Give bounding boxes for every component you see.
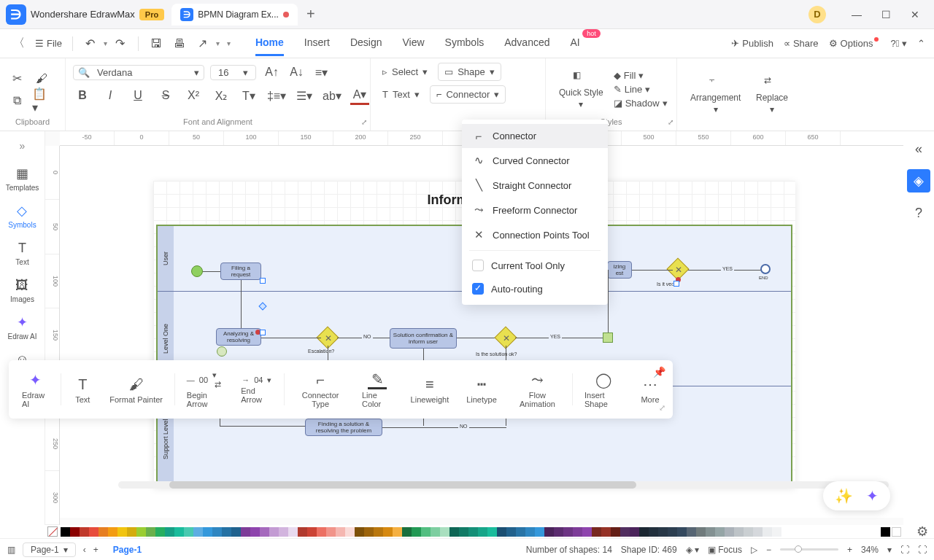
tab-symbols[interactable]: Symbols bbox=[445, 31, 485, 56]
color-swatch[interactable] bbox=[307, 527, 317, 537]
ft-flow-animation[interactable]: ⤳Flow Animation bbox=[509, 368, 566, 411]
horizontal-scrollbar[interactable] bbox=[118, 481, 889, 489]
focus-button[interactable]: ▣ Focus bbox=[708, 545, 742, 555]
color-swatch[interactable] bbox=[658, 527, 668, 537]
select-tool[interactable]: ▹ Select ▾ bbox=[378, 63, 432, 81]
color-swatch[interactable] bbox=[535, 527, 544, 537]
sidebar-templates[interactable]: ▦Templates bbox=[6, 165, 39, 192]
color-swatch[interactable] bbox=[630, 527, 639, 537]
superscript-button[interactable]: X² bbox=[184, 86, 203, 105]
zoom-slider[interactable] bbox=[780, 548, 838, 551]
color-swatch[interactable] bbox=[478, 527, 487, 537]
color-swatch[interactable] bbox=[364, 527, 374, 537]
color-swatch[interactable] bbox=[355, 527, 364, 537]
task-filing[interactable]: Filing a request bbox=[220, 262, 261, 280]
shadow-button[interactable]: ◪ Shadow ▾ bbox=[614, 98, 668, 109]
sidebar-text[interactable]: TText bbox=[14, 239, 31, 266]
color-swatch[interactable] bbox=[184, 527, 193, 537]
layout-view-icon[interactable]: ▥ bbox=[7, 545, 15, 555]
zoom-value[interactable]: 34% bbox=[861, 545, 879, 555]
color-swatch[interactable] bbox=[431, 527, 440, 537]
color-swatch[interactable] bbox=[468, 527, 478, 537]
help-button[interactable]: ?⃝ ▾ bbox=[890, 38, 907, 49]
color-swatch[interactable] bbox=[525, 527, 535, 537]
color-swatch[interactable] bbox=[573, 527, 582, 537]
auto-routing-checkbox[interactable]: Auto-routing bbox=[462, 277, 608, 300]
color-swatch[interactable] bbox=[269, 527, 279, 537]
tab-advanced[interactable]: Advanced bbox=[504, 31, 549, 56]
color-swatch[interactable] bbox=[393, 527, 402, 537]
back-button[interactable]: 〈 bbox=[9, 34, 29, 54]
color-swatch[interactable] bbox=[279, 527, 288, 537]
color-swatch[interactable] bbox=[99, 527, 108, 537]
paste-button[interactable]: 📋▾ bbox=[32, 91, 51, 110]
color-swatch[interactable] bbox=[744, 527, 753, 537]
align-button[interactable]: ≡▾ bbox=[312, 63, 331, 82]
task-finding[interactable]: Finding a solution & resolving the probl… bbox=[305, 419, 382, 436]
color-swatch[interactable] bbox=[601, 527, 611, 537]
freeform-connector-option[interactable]: ⤳Freeform Connector bbox=[462, 198, 608, 222]
page-select[interactable]: Page-1 ▾ bbox=[23, 542, 76, 557]
strikethrough-button[interactable]: S bbox=[156, 86, 175, 105]
sidebar-edraw-ai[interactable]: ✦Edraw AI bbox=[7, 314, 36, 341]
font-select[interactable]: 🔍Verdana▾ bbox=[73, 65, 204, 80]
undo-button[interactable]: ↶ bbox=[80, 34, 101, 54]
copy-button[interactable]: ⧉ bbox=[7, 91, 26, 110]
color-swatch[interactable] bbox=[165, 527, 174, 537]
ai-floating-pill[interactable]: ✨ ✦ bbox=[823, 481, 890, 510]
color-swatch[interactable] bbox=[554, 527, 563, 537]
ft-line-color[interactable]: ✎Line Color bbox=[356, 368, 399, 411]
maximize-button[interactable]: ☐ bbox=[873, 4, 899, 25]
ft-text[interactable]: TText bbox=[67, 372, 98, 407]
tab-home[interactable]: Home bbox=[255, 31, 284, 56]
color-swatch[interactable] bbox=[298, 527, 307, 537]
font-size-select[interactable]: 16▾ bbox=[210, 65, 256, 80]
color-swatch[interactable] bbox=[668, 527, 677, 537]
tab-insert[interactable]: Insert bbox=[304, 31, 330, 56]
zoom-in-button[interactable]: + bbox=[847, 545, 852, 555]
color-swatch[interactable] bbox=[649, 527, 658, 537]
color-swatch[interactable] bbox=[317, 527, 326, 537]
color-swatch[interactable] bbox=[203, 527, 212, 537]
lane-user[interactable]: User bbox=[158, 226, 174, 291]
prev-page-button[interactable]: ‹ bbox=[83, 545, 86, 555]
connector-option[interactable]: ⌐Connector bbox=[462, 124, 608, 148]
color-swatch[interactable] bbox=[146, 527, 155, 537]
color-swatch[interactable] bbox=[421, 527, 431, 537]
color-swatch[interactable] bbox=[231, 527, 241, 537]
color-swatch[interactable] bbox=[222, 527, 231, 537]
sparkle-icon[interactable]: ✦ bbox=[866, 487, 879, 505]
connector-tool[interactable]: ⌐ Connector ▾ bbox=[430, 85, 506, 104]
magic-wand-icon[interactable]: ✨ bbox=[835, 487, 853, 505]
color-swatch[interactable] bbox=[117, 527, 127, 537]
color-swatch[interactable] bbox=[497, 527, 506, 537]
expand-sidebar-button[interactable]: » bbox=[12, 137, 34, 155]
ft-format-painter[interactable]: 🖌Format Painter bbox=[104, 372, 169, 407]
quick-style-button[interactable]: ◧Quick Style▾ bbox=[553, 67, 609, 112]
task-izing[interactable]: izing est bbox=[607, 261, 632, 279]
color-swatch[interactable] bbox=[459, 527, 468, 537]
end-event[interactable] bbox=[760, 264, 771, 274]
color-swatch[interactable] bbox=[706, 527, 715, 537]
no-fill-swatch[interactable] bbox=[47, 526, 58, 537]
collapse-right-button[interactable]: « bbox=[907, 137, 930, 160]
color-swatch[interactable] bbox=[374, 527, 383, 537]
new-tab-button[interactable]: + bbox=[306, 6, 315, 23]
fill-button[interactable]: ◆ Fill ▾ bbox=[614, 70, 668, 81]
presentation-icon[interactable]: ▷ bbox=[751, 545, 757, 555]
color-swatch[interactable] bbox=[241, 527, 250, 537]
color-swatch[interactable] bbox=[70, 527, 80, 537]
color-swatch[interactable] bbox=[772, 527, 781, 537]
replace-button[interactable]: ⇄Replace▾ bbox=[750, 72, 794, 117]
color-swatch[interactable] bbox=[611, 527, 620, 537]
sub-event[interactable] bbox=[603, 332, 613, 343]
ft-begin-arrow[interactable]: — 00 ▾ ⇄ Begin Arrow bbox=[181, 368, 229, 411]
save-button[interactable]: 🖫 bbox=[146, 34, 166, 54]
color-swatch[interactable] bbox=[288, 527, 298, 537]
color-swatch[interactable] bbox=[696, 527, 706, 537]
color-swatch[interactable] bbox=[892, 527, 901, 537]
underline-button[interactable]: U bbox=[128, 86, 147, 105]
font-color-button[interactable]: A▾ bbox=[350, 86, 369, 105]
curved-connector-option[interactable]: ∿Curved Connector bbox=[462, 148, 608, 173]
color-swatch[interactable] bbox=[544, 527, 554, 537]
